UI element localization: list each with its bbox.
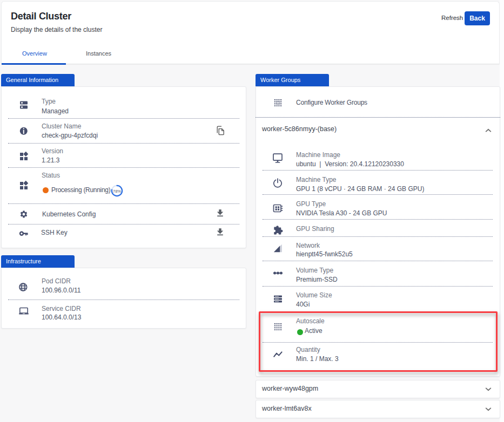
svg-text:78%: 78% bbox=[113, 189, 121, 194]
